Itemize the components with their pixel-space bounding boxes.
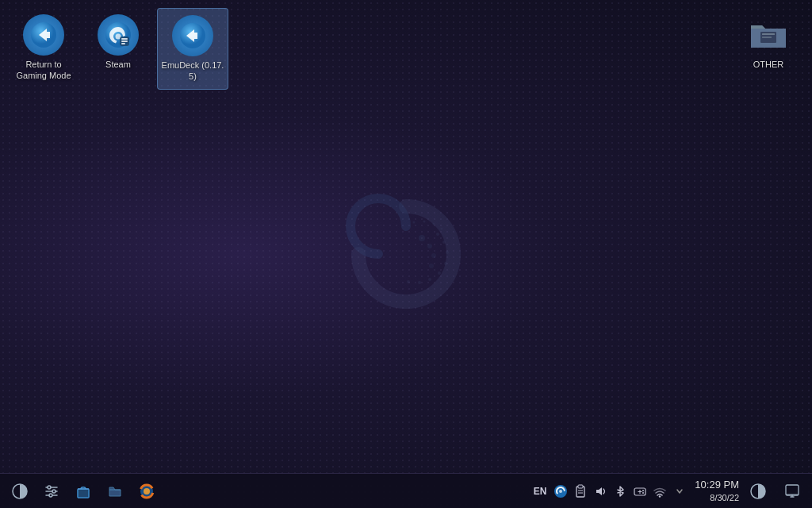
tray-steam-icon[interactable] (553, 483, 569, 499)
tray-clipboard-icon[interactable] (573, 483, 588, 499)
tray-bluetooth-icon[interactable] (612, 483, 628, 499)
tray-controller-icon[interactable] (632, 483, 648, 499)
tray-expand-arrow[interactable] (672, 483, 688, 499)
desktop-watermark (343, 190, 469, 318)
svg-point-49 (642, 492, 644, 494)
emudeck-desktop-icon[interactable]: EmuDeck (0.17. 5) (157, 8, 228, 90)
svg-point-33 (49, 494, 52, 497)
svg-point-8 (438, 271, 441, 275)
svg-rect-21 (121, 40, 128, 42)
taskbar-show-desktop-btn[interactable] (777, 477, 807, 506)
tray-wifi-icon[interactable] (652, 483, 668, 499)
return-to-gaming-label: Return to Gaming Mode (16, 59, 71, 82)
taskbar-files-btn[interactable] (100, 477, 130, 506)
svg-rect-26 (762, 37, 772, 38)
svg-point-0 (419, 235, 425, 241)
steam-desktop-icon[interactable]: Steam (82, 8, 154, 76)
svg-rect-35 (78, 489, 89, 498)
svg-point-6 (446, 251, 449, 254)
language-indicator[interactable]: EN (531, 484, 550, 498)
return-to-gaming-icon[interactable]: Return to Gaming Mode (8, 8, 79, 88)
other-label: OTHER (753, 59, 784, 70)
taskbar-left (5, 477, 531, 506)
tray-volume-icon[interactable] (592, 483, 608, 499)
clock-date: 8/30/22 (710, 492, 739, 504)
return-to-gaming-img (23, 14, 64, 56)
svg-point-15 (413, 221, 416, 224)
svg-point-5 (442, 241, 446, 244)
svg-point-14 (423, 221, 426, 223)
svg-point-3 (429, 264, 434, 268)
svg-point-1 (427, 244, 432, 248)
emudeck-label: EmuDeck (0.17. 5) (162, 60, 224, 83)
svg-rect-52 (786, 485, 799, 495)
other-folder-img (748, 14, 789, 56)
svg-point-10 (418, 281, 421, 284)
other-folder-icon[interactable]: OTHER (733, 8, 804, 76)
svg-point-4 (436, 233, 439, 236)
svg-rect-22 (121, 43, 125, 44)
clock[interactable]: 10:29 PM 8/30/22 (695, 478, 739, 505)
svg-point-50 (659, 495, 661, 497)
system-tray: EN (531, 477, 807, 506)
svg-point-32 (52, 490, 56, 493)
svg-rect-20 (121, 38, 128, 40)
svg-point-40 (559, 490, 562, 493)
taskbar-store-btn[interactable] (68, 477, 98, 506)
emudeck-img (172, 15, 213, 56)
clock-time: 10:29 PM (695, 478, 739, 492)
svg-rect-25 (762, 33, 775, 35)
svg-point-31 (48, 486, 51, 489)
steam-label: Steam (105, 59, 131, 70)
desktop: Return to Gaming Mode (0, 0, 812, 508)
svg-point-9 (428, 278, 431, 281)
desktop-icons-area: Return to Gaming Mode (8, 8, 228, 90)
svg-point-11 (407, 280, 410, 283)
svg-point-38 (144, 488, 150, 495)
steam-img (98, 14, 139, 56)
svg-point-13 (433, 223, 435, 225)
svg-point-48 (642, 490, 644, 491)
taskbar-firefox-btn[interactable] (132, 477, 162, 506)
svg-point-12 (441, 228, 443, 230)
taskbar-gaming-mode-btn[interactable] (5, 477, 35, 506)
taskbar-gaming-right-btn[interactable] (743, 477, 773, 506)
svg-rect-42 (578, 485, 583, 488)
taskbar: EN (0, 473, 812, 508)
svg-point-2 (431, 253, 436, 258)
svg-point-7 (444, 262, 447, 265)
taskbar-settings-btn[interactable] (36, 477, 67, 506)
